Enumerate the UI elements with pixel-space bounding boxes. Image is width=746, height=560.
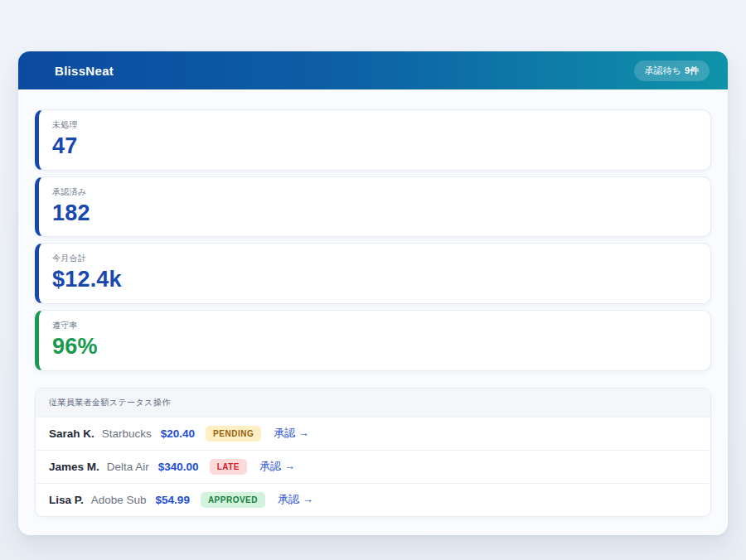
stats-section: 未処理 47 承認済み 182 今月合計 $12.4k 遵守率 96% — [35, 109, 711, 371]
employee-name: Sarah K. — [49, 427, 94, 440]
table-body: Sarah K. Starbucks $20.40 PENDING 承認 → J… — [36, 417, 710, 516]
stat-card: 遵守率 96% — [35, 310, 711, 371]
app-header: BlissNeat 承認待ち 9件 — [18, 51, 728, 89]
pending-approvals-count: 9件 — [685, 65, 699, 77]
expense-amount: $20.40 — [161, 427, 195, 440]
stat-value: $12.4k — [52, 268, 697, 292]
pending-approvals-label: 承認待ち — [645, 65, 681, 77]
table-row: James M. Delta Air $340.00 LATE 承認 → — [36, 450, 710, 483]
stat-value: 47 — [52, 134, 697, 159]
stat-label: 未処理 — [52, 119, 697, 131]
approve-link[interactable]: 承認 → — [259, 459, 295, 474]
employee-name: Lisa P. — [49, 494, 84, 506]
stat-card: 未処理 47 — [35, 109, 711, 171]
approve-link[interactable]: 承認 → — [278, 492, 313, 507]
status-badge: LATE — [210, 459, 247, 475]
stat-value: 182 — [52, 201, 697, 226]
pending-approvals-badge[interactable]: 承認待ち 9件 — [634, 60, 710, 81]
app-body: 未処理 47 承認済み 182 今月合計 $12.4k 遵守率 96% 従業員業… — [18, 89, 728, 535]
vendor-name: Adobe Sub — [91, 494, 147, 506]
approve-link[interactable]: 承認 → — [274, 426, 309, 441]
status-badge: APPROVED — [201, 492, 265, 508]
stat-label: 今月合計 — [52, 253, 697, 264]
expense-amount: $340.00 — [158, 461, 199, 473]
table-header: 従業員業者金額ステータス操作 — [36, 389, 710, 417]
expenses-table: 従業員業者金額ステータス操作 Sarah K. Starbucks $20.40… — [35, 388, 711, 517]
employee-name: James M. — [49, 461, 99, 473]
stat-label: 承認済み — [52, 186, 697, 198]
status-badge: PENDING — [206, 426, 261, 442]
table-row: Lisa P. Adobe Sub $54.99 APPROVED 承認 → — [36, 483, 710, 516]
app-card: BlissNeat 承認待ち 9件 未処理 47 承認済み 182 今月合計 $… — [18, 51, 728, 535]
stat-label: 遵守率 — [52, 320, 697, 331]
stat-value: 96% — [52, 335, 697, 360]
stat-card: 承認済み 182 — [35, 176, 711, 238]
vendor-name: Starbucks — [102, 427, 152, 440]
expense-amount: $54.99 — [156, 494, 190, 506]
table-row: Sarah K. Starbucks $20.40 PENDING 承認 → — [36, 417, 710, 450]
app-title: BlissNeat — [55, 64, 114, 78]
stat-card: 今月合計 $12.4k — [35, 243, 711, 304]
vendor-name: Delta Air — [107, 461, 149, 473]
